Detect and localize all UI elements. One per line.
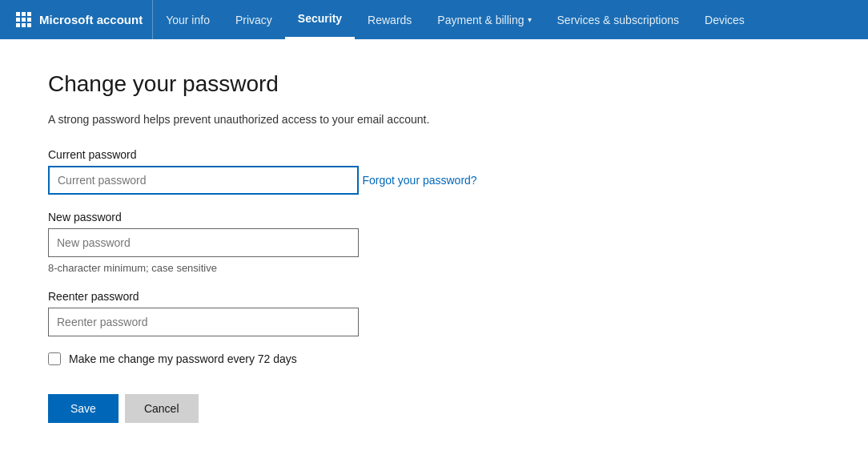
change-password-checkbox-label[interactable]: Make me change my password every 72 days — [69, 352, 297, 365]
cancel-button[interactable]: Cancel — [125, 394, 199, 423]
current-password-input[interactable] — [48, 166, 359, 195]
password-form: Current password Forgot your password? N… — [48, 148, 820, 423]
new-password-input[interactable] — [48, 228, 359, 257]
nav-item-security[interactable]: Security — [285, 0, 355, 39]
nav-item-rewards[interactable]: Rewards — [355, 0, 424, 39]
change-password-checkbox[interactable] — [48, 352, 61, 365]
page-description: A strong password helps prevent unauthor… — [48, 113, 820, 126]
reenter-password-group: Reenter password — [48, 290, 820, 336]
new-password-group: New password 8-character minimum; case s… — [48, 211, 820, 274]
change-password-checkbox-row: Make me change my password every 72 days — [48, 352, 820, 365]
brand-name: Microsoft account — [39, 13, 143, 26]
payment-billing-label: Payment & billing ▾ — [437, 14, 531, 26]
current-password-label: Current password — [48, 148, 820, 161]
nav-links: Your info Privacy Security Rewards Payme… — [153, 0, 862, 39]
main-nav: Microsoft account Your info Privacy Secu… — [0, 0, 868, 39]
reenter-password-input[interactable] — [48, 308, 359, 336]
forgot-password-link[interactable]: Forgot your password? — [362, 174, 476, 187]
nav-item-devices[interactable]: Devices — [692, 0, 757, 39]
chevron-down-icon: ▾ — [528, 15, 532, 24]
nav-item-privacy[interactable]: Privacy — [223, 0, 285, 39]
reenter-password-label: Reenter password — [48, 290, 820, 303]
nav-item-payment-billing[interactable]: Payment & billing ▾ — [424, 0, 544, 39]
form-button-row: Save Cancel — [48, 394, 820, 423]
new-password-label: New password — [48, 211, 820, 223]
page-title: Change your password — [48, 71, 820, 97]
nav-item-your-info[interactable]: Your info — [153, 0, 223, 39]
nav-item-services-subscriptions[interactable]: Services & subscriptions — [545, 0, 693, 39]
save-button[interactable]: Save — [48, 394, 119, 423]
new-password-hint: 8-character minimum; case sensitive — [48, 262, 820, 274]
grid-icon — [16, 12, 31, 27]
brand-logo: Microsoft account — [6, 0, 153, 39]
current-password-group: Current password Forgot your password? — [48, 148, 820, 195]
main-content: Change your password A strong password h… — [0, 39, 868, 455]
